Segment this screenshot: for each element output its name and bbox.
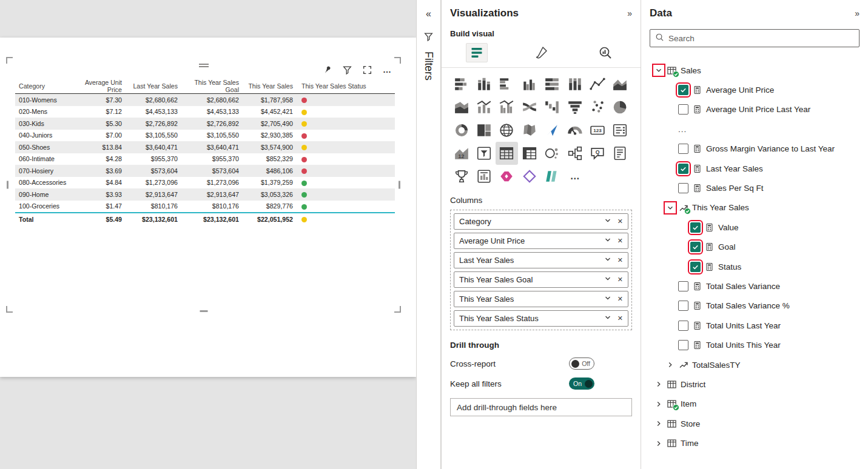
- column-header-this-year-sales[interactable]: This Year Sales: [243, 82, 297, 90]
- tree-item-item[interactable]: ...: [650, 119, 860, 139]
- field-well-last-year-sales[interactable]: Last Year Sales✕: [454, 252, 628, 268]
- chevron-down-icon[interactable]: [604, 217, 611, 226]
- chevron-down-icon[interactable]: [604, 275, 611, 284]
- table-row-050-shoes[interactable]: 050-Shoes$13.84$3,640,471$3,640,471$3,57…: [15, 141, 395, 153]
- visual-type-card-icon[interactable]: 123: [586, 119, 608, 142]
- drag-handle[interactable]: [199, 62, 209, 68]
- column-wells[interactable]: Category✕Average Unit Price✕Last Year Sa…: [450, 210, 632, 330]
- visual-type-pie-chart-icon[interactable]: [609, 96, 631, 119]
- tree-item-store[interactable]: Store: [650, 414, 860, 433]
- visual-type-multi-row-card-icon[interactable]: [609, 119, 631, 142]
- tree-item-totalsalesty[interactable]: TotalSalesTY: [650, 355, 860, 374]
- field-checkbox[interactable]: [678, 281, 688, 291]
- visual-type-waterfall-chart-icon[interactable]: [541, 96, 564, 119]
- tree-item-total-sales-variance[interactable]: Total Sales Variance: [650, 276, 860, 296]
- more-options-icon[interactable]: …: [382, 64, 392, 75]
- visual-type-area-chart-icon[interactable]: [609, 73, 631, 96]
- field-checkbox[interactable]: [678, 144, 688, 154]
- chevron-right-icon[interactable]: [654, 380, 663, 388]
- field-well-average-unit-price[interactable]: Average Unit Price✕: [454, 233, 628, 249]
- resize-handle[interactable]: [394, 57, 401, 64]
- table-row-040-juniors[interactable]: 040-Juniors$7.00$3,105,550$3,105,550$2,9…: [15, 130, 395, 142]
- visual-type-qa-visual-icon[interactable]: Q: [586, 142, 608, 165]
- field-checkbox[interactable]: [678, 321, 688, 331]
- visual-type-decomposition-tree-icon[interactable]: [564, 142, 586, 165]
- chevron-right-icon[interactable]: [666, 361, 675, 369]
- tree-item-average-unit-price-last-year[interactable]: Average Unit Price Last Year: [650, 100, 860, 119]
- remove-field-icon[interactable]: ✕: [617, 314, 623, 322]
- column-header-category[interactable]: Category: [15, 82, 73, 90]
- visual-type-stacked-area-chart-icon[interactable]: [450, 96, 473, 119]
- table-row-020-mens[interactable]: 020-Mens$7.12$4,453,133$4,453,133$4,452,…: [15, 106, 395, 118]
- resize-handle[interactable]: [200, 310, 207, 312]
- tree-item-sales[interactable]: Sales: [650, 61, 860, 80]
- remove-field-icon[interactable]: ✕: [617, 218, 623, 225]
- chevron-down-icon[interactable]: [604, 256, 611, 265]
- report-canvas[interactable]: … CategoryAverage Unit PriceLast Year Sa…: [0, 0, 416, 469]
- remove-field-icon[interactable]: ✕: [617, 237, 623, 245]
- table-row-010-womens[interactable]: 010-Womens$7.30$2,680,662$2,680,662$1,78…: [15, 94, 395, 106]
- visual-type-paginated-report-icon[interactable]: [473, 165, 495, 188]
- field-checkbox[interactable]: [678, 104, 688, 115]
- search-input[interactable]: [668, 34, 854, 43]
- resize-handle[interactable]: [6, 306, 13, 313]
- tree-item-total-sales-variance[interactable]: Total Sales Variance %: [650, 296, 860, 316]
- tree-item-district[interactable]: District: [650, 374, 860, 394]
- tree-item-time[interactable]: Time: [650, 433, 860, 453]
- table-row-030-kids[interactable]: 030-Kids$5.30$2,726,892$2,726,892$2,705,…: [15, 118, 395, 130]
- table-total-row[interactable]: Total$5.49$23,132,601$23,132,601$22,051,…: [15, 212, 395, 225]
- visual-type-line-and-clustered-column-chart-icon[interactable]: [496, 96, 518, 119]
- visual-type-matrix-icon[interactable]: [518, 142, 540, 165]
- field-well-this-year-sales-status[interactable]: This Year Sales Status✕: [454, 310, 628, 327]
- more-fields-ellipsis[interactable]: ...: [678, 125, 687, 134]
- tree-item-total-units-this-year[interactable]: Total Units This Year: [650, 335, 860, 354]
- visual-type-filled-map-icon[interactable]: [518, 119, 540, 142]
- table-row-060-intimate[interactable]: 060-Intimate$4.28$955,370$955,370$852,32…: [15, 153, 395, 165]
- chevron-down-icon[interactable]: [666, 204, 675, 212]
- visual-type-map-icon[interactable]: [496, 119, 518, 142]
- field-checkbox[interactable]: [678, 340, 688, 350]
- resize-handle[interactable]: [399, 181, 400, 189]
- column-header-average-unit-price[interactable]: Average Unit Price: [73, 79, 126, 93]
- chevron-down-icon[interactable]: [654, 66, 663, 75]
- tree-item-average-unit-price[interactable]: Average Unit Price: [650, 80, 860, 99]
- tree-item-total-units-last-year[interactable]: Total Units Last Year: [650, 316, 860, 335]
- resize-handle[interactable]: [6, 57, 13, 64]
- column-header-this-year-sales-goal[interactable]: This Year Sales Goal: [181, 79, 243, 93]
- field-checkbox[interactable]: [690, 222, 701, 233]
- field-well-category[interactable]: Category✕: [454, 213, 628, 230]
- visual-type-smart-narrative-icon[interactable]: [609, 142, 631, 165]
- visual-type-clustered-bar-chart-icon[interactable]: [496, 73, 518, 96]
- field-checkbox[interactable]: [678, 183, 688, 193]
- visual-type-stacked-column-chart-icon[interactable]: [473, 73, 495, 96]
- visual-type-power-apps-icon[interactable]: [496, 165, 518, 188]
- expand-filters-icon[interactable]: «: [417, 8, 440, 19]
- visual-type-kpi-icon[interactable]: 12: [450, 142, 473, 165]
- more-visuals-button[interactable]: …: [564, 165, 586, 188]
- remove-field-icon[interactable]: ✕: [617, 295, 623, 303]
- table-visual-container[interactable]: … CategoryAverage Unit PriceLast Year Sa…: [8, 59, 399, 310]
- column-header-last-year-sales[interactable]: Last Year Sales: [126, 82, 181, 90]
- focus-mode-icon[interactable]: [362, 64, 372, 75]
- visual-type-power-automate-icon[interactable]: [518, 165, 540, 188]
- tree-item-value[interactable]: Value: [650, 218, 860, 237]
- field-well-this-year-sales[interactable]: This Year Sales✕: [454, 291, 628, 307]
- cross-report-toggle[interactable]: Off: [569, 358, 594, 370]
- report-page[interactable]: … CategoryAverage Unit PriceLast Year Sa…: [0, 38, 416, 377]
- table-row-100-groceries[interactable]: 100-Groceries$1.47$810,176$810,176$829,7…: [15, 201, 395, 213]
- filters-pane-collapsed[interactable]: « Filters: [416, 0, 441, 469]
- table-row-080-accessories[interactable]: 080-Accessories$4.84$1,273,096$1,273,096…: [15, 177, 395, 189]
- chevron-right-icon[interactable]: [654, 400, 663, 408]
- remove-field-icon[interactable]: ✕: [617, 256, 623, 264]
- visual-type-donut-chart-icon[interactable]: [450, 119, 473, 142]
- tab-format-visual[interactable]: [530, 43, 552, 62]
- tree-item-goal[interactable]: Goal: [650, 238, 860, 257]
- tree-item-this-year-sales[interactable]: This Year Sales: [650, 198, 860, 218]
- visual-type-key-influencers-icon[interactable]: [541, 142, 564, 165]
- visual-type-treemap-icon[interactable]: [473, 119, 495, 142]
- visual-type-azure-map-icon[interactable]: [541, 119, 564, 142]
- chevron-right-icon[interactable]: [654, 419, 663, 428]
- field-checkbox[interactable]: [690, 262, 701, 272]
- visual-type-100-stacked-bar-chart-icon[interactable]: [541, 73, 564, 96]
- field-well-this-year-sales-goal[interactable]: This Year Sales Goal✕: [454, 271, 628, 288]
